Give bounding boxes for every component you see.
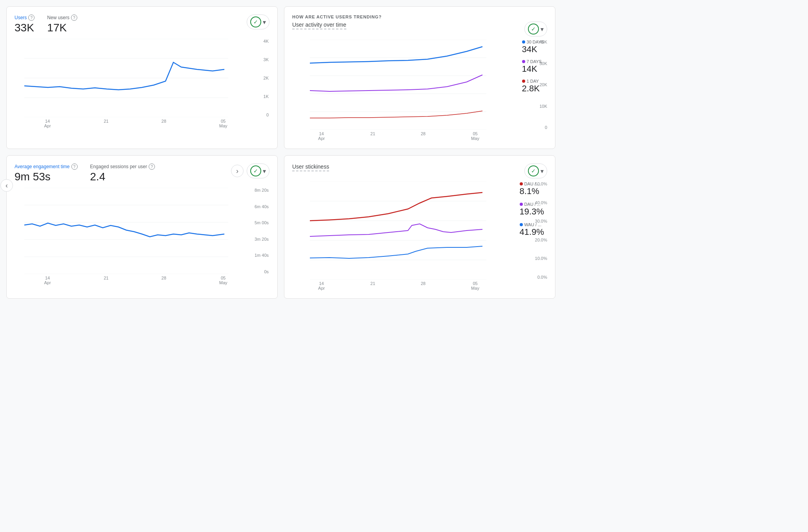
users-y-3k: 3K (264, 57, 269, 62)
stickiness-legend-dau-wau: DAU / ... 19.3% (520, 202, 544, 217)
stickiness-chart-container: 50.0% 40.0% 30.0% 20.0% 10.0% 0.0% DAU /… (292, 182, 547, 280)
stickiness-legend: DAU / ... 8.1% DAU / ... 19.3% WAU / ... (520, 182, 544, 237)
legend-7days-dot (522, 60, 525, 63)
users-dropdown-arrow[interactable]: ▾ (263, 18, 266, 26)
users-card-header: Users ? 33K New users ? 17K ✓ ▾ (15, 15, 269, 36)
stickiness-x-axis: 14Apr 21 28 05May (292, 281, 547, 291)
legend-1day-dot (522, 80, 525, 83)
st-x-28: 28 (421, 281, 426, 291)
sessions-help-icon[interactable]: ? (149, 163, 155, 170)
st-x-21: 21 (370, 281, 375, 291)
active-users-x-axis: 14Apr 21 28 05May (292, 131, 547, 141)
stickiness-card-header: User stickiness ✓ ▾ (292, 163, 547, 178)
users-chart (15, 39, 254, 117)
dau-mau-dot (520, 182, 523, 185)
legend-30days-label: 30 DAYS (522, 40, 544, 44)
chart-title-text: User activity over time (292, 22, 346, 29)
dashboard: Users ? 33K New users ? 17K ✓ ▾ (6, 6, 555, 299)
sessions-per-user-metric: Engaged sessions per user ? 2.4 (90, 163, 155, 183)
dau-wau-dot (520, 203, 523, 206)
legend-30days-dot (522, 40, 525, 44)
users-y-1k: 1K (264, 94, 269, 99)
next-arrow[interactable]: › (231, 165, 244, 177)
eng-x-28: 28 (162, 276, 166, 285)
legend-1day: 1 DAY 2.8K (522, 79, 544, 94)
stickiness-card: User stickiness ✓ ▾ (284, 155, 555, 299)
active-users-chart-title: User activity over time (292, 22, 346, 34)
users-x-axis: 14Apr 21 28 05May (15, 119, 269, 128)
engagement-card-actions[interactable]: ✓ ▾ (247, 163, 269, 178)
st-x-14apr: 14Apr (318, 281, 325, 291)
legend-7days-value: 14K (522, 64, 544, 74)
users-x-28: 28 (162, 119, 166, 128)
wau-mau-dot (520, 223, 523, 226)
users-x-21: 21 (104, 119, 108, 128)
sessions-per-user-value: 2.4 (90, 171, 155, 183)
active-users-dropdown-arrow[interactable]: ▾ (540, 25, 544, 33)
new-users-metric: New users ? 17K (47, 15, 77, 34)
eng-x-05may: 05May (219, 276, 227, 285)
active-users-card: HOW ARE ACTIVE USERS TRENDING? User acti… (284, 6, 555, 149)
au-x-05may: 05May (471, 131, 479, 141)
au-x-28: 28 (421, 131, 426, 141)
stickiness-legend-dau-mau: DAU / ... 8.1% (520, 182, 544, 196)
stickiness-legend-wau-mau: WAU / ... 41.9% (520, 222, 544, 237)
wau-mau-label: WAU / ... (520, 222, 544, 227)
active-users-legend: 30 DAYS 34K 7 DAYS 14K 1 DAY (522, 40, 544, 94)
wau-mau-value: 41.9% (520, 227, 544, 237)
users-help-icon[interactable]: ? (28, 15, 35, 21)
stickiness-title-container: User stickiness (292, 163, 329, 176)
active-users-chart (292, 40, 504, 130)
active-users-card-actions[interactable]: ✓ ▾ (524, 22, 547, 36)
au-x-21: 21 (370, 131, 375, 141)
dau-mau-value: 8.1% (520, 186, 544, 196)
engagement-check-icon: ✓ (250, 165, 261, 176)
new-users-help-icon[interactable]: ? (71, 15, 77, 21)
users-metrics-row: Users ? 33K New users ? 17K (15, 15, 77, 34)
st-x-05may: 05May (471, 281, 479, 291)
stickiness-dropdown-arrow[interactable]: ▾ (540, 167, 544, 175)
users-y-axis: 4K 3K 2K 1K 0 (264, 39, 269, 117)
engagement-x-axis: 14Apr 21 28 05May (15, 276, 269, 285)
engagement-card: ‹ Average engagement time ? 9m 53s Engag… (6, 155, 278, 299)
active-users-chart-container: 40K 30K 20K 10K 0 30 DAYS 34K (292, 40, 547, 130)
users-label-text: Users (15, 15, 27, 20)
legend-30days: 30 DAYS 34K (522, 40, 544, 54)
users-card-actions[interactable]: ✓ ▾ (247, 15, 269, 29)
new-users-label: New users ? (47, 15, 77, 21)
users-check-icon: ✓ (250, 16, 261, 27)
eng-x-21: 21 (104, 276, 108, 285)
active-users-top-label: HOW ARE ACTIVE USERS TRENDING? (292, 15, 547, 19)
new-users-label-text: New users (47, 15, 69, 20)
engagement-time-metric: Average engagement time ? 9m 53s (15, 163, 78, 183)
dau-wau-value: 19.3% (520, 207, 544, 217)
legend-7days: 7 DAYS 14K (522, 59, 544, 74)
au-x-14apr: 14Apr (318, 131, 325, 141)
users-chart-wrapper: 4K 3K 2K 1K 0 (15, 39, 269, 117)
stickiness-chart-title: User stickiness (292, 163, 329, 171)
engagement-metrics-row: Average engagement time ? 9m 53s Engaged… (15, 163, 155, 183)
users-y-0: 0 (264, 113, 269, 117)
prev-arrow[interactable]: ‹ (0, 179, 13, 192)
users-y-2k: 2K (264, 76, 269, 80)
stickiness-check-icon: ✓ (528, 165, 539, 176)
engagement-dropdown-arrow[interactable]: ▾ (263, 167, 266, 175)
legend-1day-label: 1 DAY (522, 79, 544, 84)
engagement-time-label: Average engagement time ? (15, 163, 78, 170)
engagement-card-header: Average engagement time ? 9m 53s Engaged… (15, 163, 269, 185)
stickiness-card-actions[interactable]: ✓ ▾ (524, 163, 547, 178)
stickiness-chart (292, 182, 504, 280)
engagement-chart (15, 188, 254, 274)
legend-7days-label: 7 DAYS (522, 59, 544, 64)
engagement-actions: › ✓ ▾ (231, 163, 269, 178)
eng-x-14apr: 14Apr (44, 276, 51, 285)
legend-30days-value: 34K (522, 44, 544, 54)
users-x-05may: 05May (219, 119, 227, 128)
new-users-value: 17K (47, 22, 77, 34)
users-card: Users ? 33K New users ? 17K ✓ ▾ (6, 6, 278, 149)
dau-mau-label: DAU / ... (520, 182, 544, 186)
engagement-time-help-icon[interactable]: ? (71, 163, 78, 170)
active-users-card-header: User activity over time ✓ ▾ (292, 22, 547, 36)
engagement-y-axis: 8m 20s 6m 40s 5m 00s 3m 20s 1m 40s 0s (255, 188, 269, 274)
users-value: 33K (15, 22, 35, 34)
